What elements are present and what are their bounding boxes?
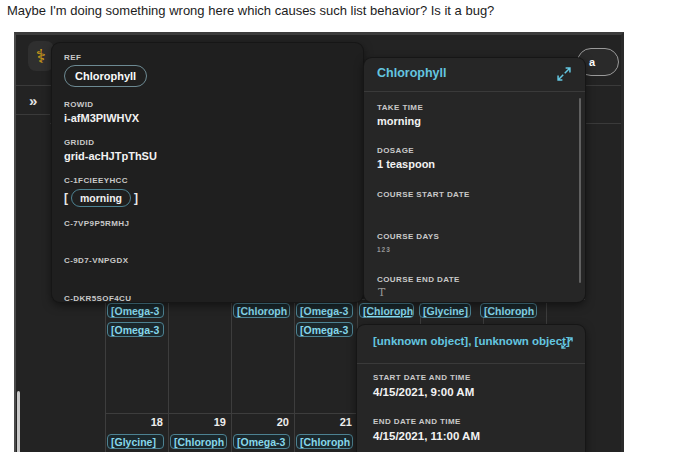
sidebar-divider — [16, 114, 50, 115]
sidebar-expand-chevron-icon[interactable]: » — [29, 92, 37, 109]
bracket-open: [ — [64, 191, 68, 205]
field-label: REF — [64, 53, 81, 62]
calendar-event-chip[interactable]: [Omega-3 — [233, 434, 290, 449]
ref-chip[interactable]: Chlorophyll — [64, 65, 147, 87]
field-label: C-9D7-VNPGDX — [64, 256, 128, 265]
grid-line — [105, 299, 106, 452]
field-label: ROWID — [64, 100, 94, 109]
field-label: C-DKR5SOF4CU — [64, 294, 131, 303]
field-label: TAKE TIME — [377, 103, 423, 112]
calendar-date[interactable]: 20 — [231, 416, 289, 428]
field-label: C-1FCIEEYHCC — [64, 176, 128, 185]
chip-list-value: [morning] — [64, 188, 138, 207]
field-label: COURSE END DATE — [377, 275, 460, 284]
field-value: morning — [377, 115, 421, 127]
grid-line — [168, 299, 169, 452]
numeric-field-placeholder-icon[interactable]: 123 — [377, 246, 391, 253]
calendar-event-chip[interactable]: [Omega-3 — [107, 303, 164, 318]
post-question-text: Maybe I'm doing something wrong here whi… — [7, 3, 494, 18]
calendar-date[interactable]: 18 — [105, 416, 163, 428]
field-value: 4/15/2021, 9:00 AM — [373, 386, 474, 398]
popup-scrollbar[interactable] — [579, 98, 581, 283]
field-value: grid-acHJTpThSU — [64, 150, 157, 162]
field-label: DOSAGE — [377, 146, 414, 155]
calendar-date[interactable]: 19 — [168, 416, 226, 428]
detail-popup: Chlorophyll TAKE TIME morning DOSAGE 1 t… — [364, 58, 585, 302]
left-scrollbar[interactable] — [17, 391, 20, 452]
popup-divider — [357, 363, 585, 364]
grid-line — [231, 299, 232, 452]
calendar-date[interactable]: 21 — [294, 416, 352, 428]
calendar-event-chip[interactable]: [Chloroph — [170, 434, 227, 449]
event-popup-title: [unknown object], [unknown object] — [373, 335, 570, 347]
record-fields-popup: REF Chlorophyll ROWID i-afM3PIWHVX GRIDI… — [52, 43, 363, 302]
field-value: i-afM3PIWHVX — [64, 112, 139, 124]
field-label: COURSE START DATE — [377, 190, 470, 199]
calendar-event-chip[interactable]: [Chloroph — [296, 434, 353, 449]
app-logo-button[interactable]: ⚕ — [28, 41, 54, 71]
field-label: C-7VP9P5RMHJ — [64, 219, 129, 228]
calendar-event-chip[interactable]: [Chloroph — [480, 303, 537, 318]
field-label: COURSE DAYS — [377, 232, 439, 241]
calendar-event-chip[interactable]: [Omega-3 — [296, 322, 353, 337]
field-value: 4/15/2021, 11:00 AM — [373, 430, 480, 442]
expand-icon[interactable] — [561, 337, 573, 349]
event-popup: [unknown object], [unknown object] START… — [357, 325, 585, 452]
field-label: END DATE AND TIME — [373, 417, 461, 426]
field-value: 1 teaspoon — [377, 158, 435, 170]
detail-popup-title: Chlorophyll — [377, 66, 446, 80]
expand-icon[interactable] — [557, 67, 571, 81]
text-field-placeholder-icon[interactable]: T — [378, 286, 385, 299]
morning-chip[interactable]: morning — [71, 189, 131, 207]
calendar-event-chip[interactable]: [Chloroph — [233, 303, 290, 318]
caduceus-icon: ⚕ — [36, 47, 46, 66]
calendar-event-chip[interactable]: [Omega-3 — [296, 303, 353, 318]
grid-line — [294, 299, 295, 452]
calendar-event-chip[interactable]: [Glycine] — [419, 303, 471, 318]
grid-line — [546, 299, 547, 325]
field-label: GRIDID — [64, 138, 94, 147]
popup-divider — [364, 91, 585, 92]
calendar-event-chip[interactable]: [Glycine] — [107, 434, 164, 449]
calendar-event-chip-selected[interactable]: [Chloroph — [359, 303, 414, 318]
bracket-close: ] — [134, 191, 138, 205]
calendar-event-chip[interactable]: [Omega-3 — [107, 322, 164, 337]
app-screenshot: ⚕ » [Omega-3 [Chloroph [Omega-3 [Chlorop… — [14, 32, 624, 452]
field-label: START DATE AND TIME — [373, 373, 471, 382]
